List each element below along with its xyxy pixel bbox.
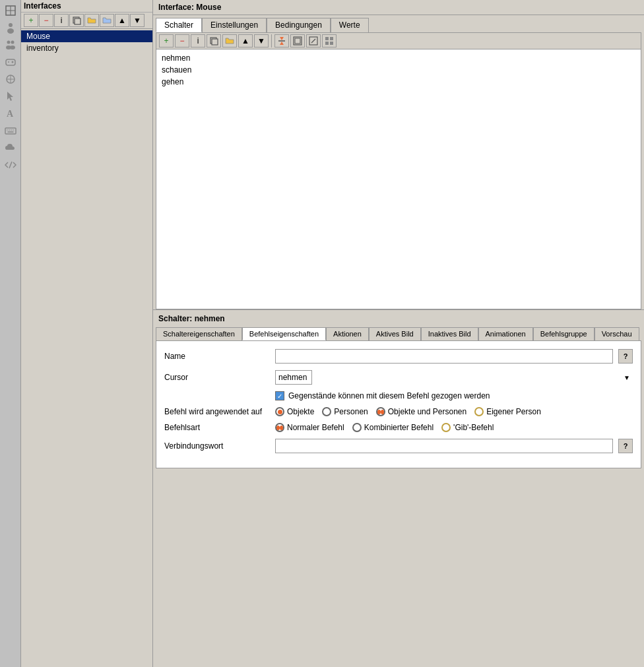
befehlseigenschaften-panel: Name ? Cursor nehmen schauen gehen xyxy=(156,340,641,468)
icon-cloud[interactable] xyxy=(3,140,18,156)
radio-gib[interactable]: 'Gib'-Befehl xyxy=(441,423,494,432)
checkbox-row: Gegenstände können mit diesem Befehl gez… xyxy=(275,391,633,400)
list-remove-button[interactable]: − xyxy=(175,34,189,48)
name-help-button[interactable]: ? xyxy=(618,349,633,364)
tab-bedingungen[interactable]: Bedingungen xyxy=(267,18,331,32)
tab-aktives-bild[interactable]: Aktives Bild xyxy=(369,327,421,340)
tab-einstellungen[interactable]: Einstellungen xyxy=(202,18,267,32)
list-up-button[interactable]: ▲ xyxy=(238,34,253,48)
list-add-button[interactable]: + xyxy=(159,34,174,48)
sidebar-add-button[interactable]: + xyxy=(24,14,38,27)
list-area[interactable]: nehmen schauen gehen xyxy=(156,49,641,309)
icon-text[interactable]: A xyxy=(3,106,18,121)
tab-aktionen[interactable]: Aktionen xyxy=(326,327,369,340)
radio-eigener[interactable]: Eigener Person xyxy=(474,407,541,416)
list-resize-button[interactable] xyxy=(306,34,321,48)
tab-schalter[interactable]: Schalter xyxy=(156,18,202,32)
list-grid-button[interactable] xyxy=(322,34,337,48)
icon-cursor[interactable] xyxy=(3,88,18,104)
icon-code[interactable] xyxy=(3,157,18,173)
svg-rect-29 xyxy=(295,38,300,44)
cursor-select[interactable]: nehmen schauen gehen xyxy=(275,370,312,385)
befehlsart-label: Befehlsart xyxy=(164,423,270,432)
radio-dot-gib[interactable] xyxy=(441,423,451,432)
radio-dot-normaler[interactable] xyxy=(275,423,284,432)
sidebar-title: Interfaces xyxy=(21,0,152,13)
list-item-gehen[interactable]: gehen xyxy=(159,76,638,88)
svg-line-20 xyxy=(9,162,12,168)
befehl-row: Befehl wird angewendet auf Objekte Perso… xyxy=(164,407,633,416)
list-expand-button[interactable] xyxy=(290,34,305,48)
list-item-nehmen[interactable]: nehmen xyxy=(159,52,638,64)
radio-dot-objekte[interactable] xyxy=(275,407,284,416)
radio-personen[interactable]: Personen xyxy=(322,407,368,416)
list-down-button[interactable]: ▼ xyxy=(254,34,269,48)
verbindungswort-label: Verbindungswort xyxy=(164,441,270,451)
list-copy-button[interactable] xyxy=(207,34,221,48)
sidebar-item-mouse[interactable]: Mouse xyxy=(21,30,152,42)
sidebar-item-inventory[interactable]: inventory xyxy=(21,42,152,54)
svg-rect-22 xyxy=(75,18,80,24)
list-folder-button[interactable] xyxy=(222,34,237,48)
icon-keyboard[interactable] xyxy=(3,123,18,139)
tab-vorschau[interactable]: Vorschau xyxy=(595,327,639,340)
content-area: Interface: Mouse Schalter Einstellungen … xyxy=(153,0,644,667)
radio-label-gib: 'Gib'-Befehl xyxy=(453,423,494,432)
svg-point-3 xyxy=(9,23,13,27)
tab-befehlsgruppe[interactable]: Befehlsgruppe xyxy=(533,327,595,340)
svg-marker-26 xyxy=(280,42,284,45)
sidebar-remove-button[interactable]: − xyxy=(39,14,53,27)
icon-gamepad[interactable] xyxy=(3,54,18,70)
list-info-button[interactable]: i xyxy=(191,34,205,48)
checkbox-label: Gegenstände können mit diesem Befehl gez… xyxy=(288,391,490,400)
icon-ball[interactable] xyxy=(3,71,18,87)
tab-schaltereigenschaften[interactable]: Schaltereigenschaften xyxy=(156,327,242,340)
icon-unknown-1[interactable] xyxy=(3,3,18,18)
tab-inaktives-bild[interactable]: Inaktives Bild xyxy=(421,327,478,340)
radio-objekte[interactable]: Objekte xyxy=(275,407,314,416)
radio-label-objekte-personen: Objekte und Personen xyxy=(388,407,467,416)
drag-checkbox[interactable] xyxy=(275,391,284,400)
name-input[interactable] xyxy=(275,349,613,364)
cursor-select-wrapper: nehmen schauen gehen xyxy=(275,370,633,385)
svg-rect-9 xyxy=(6,59,15,65)
tab-befehlseigenschaften[interactable]: Befehlseigenschaften xyxy=(242,327,326,340)
verbindungswort-help-button[interactable]: ? xyxy=(618,439,633,453)
svg-point-4 xyxy=(7,28,14,34)
tab-werte[interactable]: Werte xyxy=(331,18,369,32)
radio-objekte-personen[interactable]: Objekte und Personen xyxy=(376,407,467,416)
svg-point-8 xyxy=(10,46,15,49)
sidebar-folder2-button[interactable] xyxy=(100,14,114,27)
verbindungswort-input[interactable] xyxy=(275,439,613,453)
icon-person[interactable] xyxy=(3,20,18,36)
sidebar-folder-button[interactable] xyxy=(84,14,99,27)
radio-label-eigener: Eigener Person xyxy=(486,407,541,416)
icon-group[interactable] xyxy=(3,37,18,53)
radio-label-normaler: Normaler Befehl xyxy=(287,423,344,432)
radio-dot-kombinierter[interactable] xyxy=(352,423,362,432)
icon-column: A xyxy=(0,0,21,667)
svg-point-7 xyxy=(11,41,14,44)
list-item-schauen[interactable]: schauen xyxy=(159,64,638,76)
radio-dot-objekte-personen[interactable] xyxy=(376,407,385,416)
interface-header: Interface: Mouse xyxy=(153,0,644,15)
sidebar-down-button[interactable]: ▼ xyxy=(130,14,145,27)
sidebar-item-list: Mouse inventory xyxy=(21,29,152,55)
schalter-panel: + − i ▲ ▼ xyxy=(156,32,641,309)
radio-normaler[interactable]: Normaler Befehl xyxy=(275,423,344,432)
svg-rect-31 xyxy=(325,37,329,40)
svg-rect-33 xyxy=(325,42,329,45)
cursor-row: Cursor nehmen schauen gehen xyxy=(164,370,633,385)
radio-dot-personen[interactable] xyxy=(322,407,331,416)
svg-rect-32 xyxy=(330,37,333,40)
tab-animationen[interactable]: Animationen xyxy=(478,327,533,340)
list-cut-button[interactable] xyxy=(274,34,289,48)
befehlsart-row: Befehlsart Normaler Befehl Kombinierter … xyxy=(164,423,633,432)
sidebar-info-button[interactable]: i xyxy=(54,14,69,27)
radio-kombinierter[interactable]: Kombinierter Befehl xyxy=(352,423,434,432)
svg-point-5 xyxy=(7,41,10,44)
sidebar-up-button[interactable]: ▲ xyxy=(115,14,129,27)
radio-dot-eigener[interactable] xyxy=(474,407,484,416)
list-toolbar: + − i ▲ ▼ xyxy=(156,33,641,49)
sidebar-copy-button[interactable] xyxy=(69,14,84,27)
